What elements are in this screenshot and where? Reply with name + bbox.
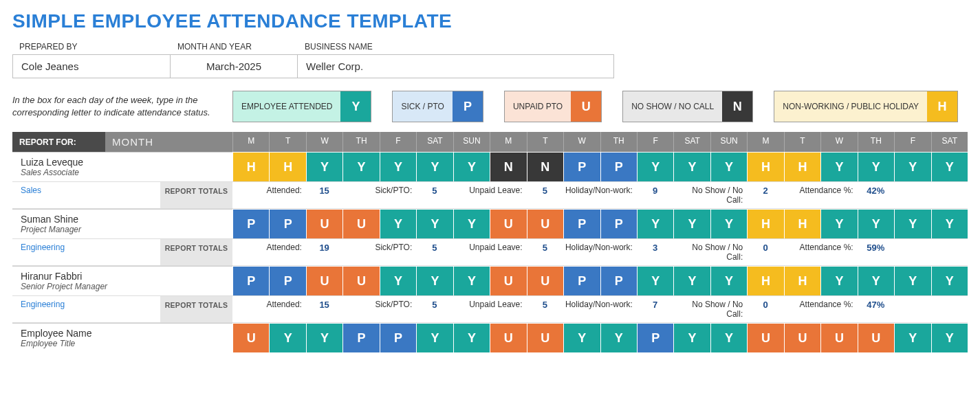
attendance-cell[interactable]: P (600, 152, 637, 181)
attendance-cell[interactable]: U (820, 323, 857, 352)
attendance-cell[interactable]: U (490, 266, 526, 295)
attendance-cell[interactable]: Y (931, 209, 968, 238)
attendance-cell[interactable]: Y (380, 152, 416, 181)
attendance-cell[interactable]: U (342, 209, 379, 238)
attendance-cell[interactable]: Y (306, 152, 342, 181)
attendance-cell[interactable]: Y (453, 152, 490, 181)
attendance-cell[interactable]: Y (416, 323, 453, 352)
day-header: W (563, 132, 600, 152)
attendance-cell[interactable]: Y (380, 266, 416, 295)
attendance-cell[interactable]: P (637, 323, 673, 352)
attendance-cell[interactable]: Y (563, 323, 600, 352)
attendance-cell[interactable]: P (232, 209, 269, 238)
attendance-cell[interactable]: P (342, 323, 379, 352)
blank-cell (894, 238, 930, 266)
attendance-cell[interactable]: Y (673, 209, 710, 238)
attendance-cell[interactable]: Y (894, 209, 930, 238)
attendance-cell[interactable]: Y (894, 152, 930, 181)
attendance-cell[interactable]: U (306, 209, 342, 238)
attendance-cell[interactable]: Y (710, 266, 747, 295)
employee-department: Sales (12, 181, 160, 209)
attendance-cell[interactable]: U (490, 209, 526, 238)
attendance-cell[interactable]: Y (673, 152, 710, 181)
attendance-cell[interactable]: Y (416, 152, 453, 181)
attendance-cell[interactable]: P (563, 152, 600, 181)
attendance-cell[interactable]: Y (600, 323, 637, 352)
legend-item-N: NO SHOW / NO CALLN (622, 91, 753, 122)
total-value-unpaid: 5 (527, 295, 563, 323)
attendance-cell[interactable]: H (747, 152, 783, 181)
day-header: F (380, 132, 416, 152)
attendance-cell[interactable]: Y (710, 152, 747, 181)
attendance-cell[interactable]: Y (416, 209, 453, 238)
attendance-cell[interactable]: U (306, 266, 342, 295)
attendance-cell[interactable]: Y (894, 266, 930, 295)
attendance-cell[interactable]: Y (380, 209, 416, 238)
day-header: W (820, 132, 857, 152)
attendance-cell[interactable]: P (269, 209, 305, 238)
business-name-value[interactable]: Weller Corp. (298, 54, 614, 78)
attendance-cell[interactable]: U (747, 323, 783, 352)
legend-swatch: Y (340, 91, 371, 122)
attendance-cell[interactable]: U (527, 209, 563, 238)
attendance-cell[interactable]: P (380, 323, 416, 352)
day-header: SAT (931, 132, 968, 152)
attendance-cell[interactable]: U (784, 323, 820, 352)
attendance-cell[interactable]: U (527, 266, 563, 295)
total-value-sick: 5 (416, 238, 453, 266)
attendance-cell[interactable]: Y (894, 323, 930, 352)
attendance-cell[interactable]: Y (710, 209, 747, 238)
attendance-cell[interactable]: P (232, 266, 269, 295)
attendance-cell[interactable]: Y (306, 323, 342, 352)
legend-swatch: U (571, 91, 601, 122)
attendance-cell[interactable]: Y (637, 266, 673, 295)
attendance-cell[interactable]: U (232, 323, 269, 352)
legend-item-P: SICK / PTOP (392, 91, 483, 122)
attendance-cell[interactable]: H (232, 152, 269, 181)
day-header: TH (600, 132, 637, 152)
attendance-cell[interactable]: Y (673, 266, 710, 295)
attendance-cell[interactable]: P (600, 266, 637, 295)
attendance-cell[interactable]: U (490, 323, 526, 352)
total-value-holiday: 3 (637, 238, 673, 266)
total-label-attended: Attended: (232, 295, 306, 323)
month-year-value[interactable]: March-2025 (171, 54, 298, 78)
attendance-cell[interactable]: Y (820, 209, 857, 238)
attendance-cell[interactable]: P (563, 209, 600, 238)
attendance-cell[interactable]: Y (673, 323, 710, 352)
attendance-cell[interactable]: Y (858, 266, 894, 295)
prepared-by-value[interactable]: Cole Jeanes (12, 54, 171, 78)
attendance-cell[interactable]: Y (637, 152, 673, 181)
attendance-cell[interactable]: Y (453, 266, 490, 295)
attendance-cell[interactable]: Y (710, 323, 747, 352)
attendance-cell[interactable]: U (342, 266, 379, 295)
attendance-cell[interactable]: Y (453, 209, 490, 238)
attendance-cell[interactable]: Y (820, 266, 857, 295)
attendance-cell[interactable]: H (784, 209, 820, 238)
attendance-cell[interactable]: H (269, 152, 305, 181)
attendance-cell[interactable]: U (527, 323, 563, 352)
day-header: SUN (453, 132, 490, 152)
attendance-cell[interactable]: Y (931, 266, 968, 295)
attendance-cell[interactable]: P (563, 266, 600, 295)
attendance-cell[interactable]: Y (820, 152, 857, 181)
attendance-cell[interactable]: Y (416, 266, 453, 295)
attendance-cell[interactable]: Y (637, 209, 673, 238)
attendance-cell[interactable]: Y (858, 209, 894, 238)
attendance-cell[interactable]: Y (931, 323, 968, 352)
attendance-cell[interactable]: H (747, 209, 783, 238)
attendance-cell[interactable]: N (527, 152, 563, 181)
attendance-cell[interactable]: P (269, 266, 305, 295)
month-year-label: MONTH AND YEAR (171, 41, 298, 54)
attendance-cell[interactable]: H (784, 152, 820, 181)
attendance-cell[interactable]: Y (269, 323, 305, 352)
attendance-cell[interactable]: Y (858, 152, 894, 181)
attendance-cell[interactable]: H (747, 266, 783, 295)
attendance-cell[interactable]: Y (342, 152, 379, 181)
attendance-cell[interactable]: H (784, 266, 820, 295)
attendance-cell[interactable]: Y (453, 323, 490, 352)
attendance-cell[interactable]: N (490, 152, 526, 181)
attendance-cell[interactable]: Y (931, 152, 968, 181)
attendance-cell[interactable]: P (600, 209, 637, 238)
attendance-cell[interactable]: U (858, 323, 894, 352)
